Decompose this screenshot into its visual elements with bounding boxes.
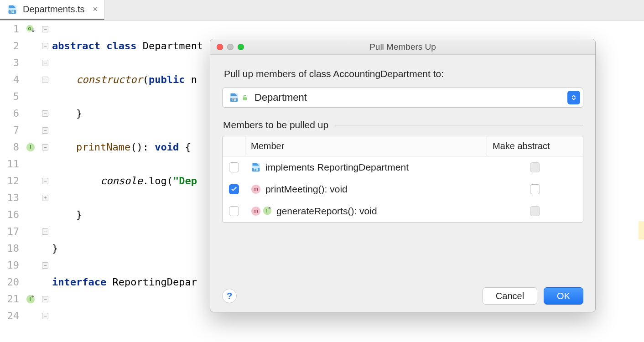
ts-file-icon [6, 4, 18, 16]
member-label: printMeeting(): void [265, 184, 348, 195]
unlock-icon [241, 93, 249, 102]
override-down-icon[interactable] [26, 24, 36, 34]
target-class-select[interactable]: Department [222, 88, 583, 108]
col-checkbox [223, 136, 245, 156]
member-label: generateReports(): void [276, 206, 377, 217]
fold-toggle[interactable]: − [42, 77, 48, 83]
row-checkbox[interactable] [229, 184, 239, 194]
fold-toggle[interactable]: − [42, 262, 48, 269]
dialog-titlebar[interactable]: Pull Members Up [210, 39, 595, 55]
ts-file-icon [229, 93, 239, 103]
marker-bar [638, 21, 644, 342]
gutter-markers [23, 21, 41, 342]
tab-departments[interactable]: Departments.ts × [0, 0, 104, 20]
line-number: 21 [0, 290, 19, 307]
fold-toggle[interactable]: − [42, 43, 48, 49]
line-number: 16 [0, 206, 19, 223]
dialog-prompt: Pull up members of class AccountingDepar… [224, 68, 583, 79]
col-abstract: Make abstract [487, 136, 583, 156]
method-icon [251, 184, 261, 194]
fold-toggle[interactable]: − [42, 228, 48, 235]
line-number: 18 [0, 240, 19, 257]
fold-toggle[interactable]: − [42, 127, 48, 134]
line-number: 4 [0, 71, 19, 88]
fold-toggle[interactable]: − [42, 26, 48, 32]
row-checkbox[interactable] [229, 162, 239, 172]
chevron-updown-icon[interactable] [567, 91, 580, 104]
select-value: Department [254, 92, 562, 104]
close-icon[interactable]: × [93, 5, 98, 14]
member-label: implements ReportingDepartment [265, 162, 409, 173]
line-number: 17 [0, 223, 19, 240]
fold-column: − − − − − − − − + − − − − [41, 21, 50, 342]
warning-marker[interactable] [639, 221, 644, 239]
line-number: 8 [0, 139, 19, 155]
line-number: 13 [0, 189, 19, 206]
line-gutter: 1 2 3 4 5 6 7 8 11 12 13 16 17 18 19 20 … [0, 21, 23, 342]
interface-up-icon [263, 206, 272, 215]
line-number: 11 [0, 155, 19, 172]
abstract-checkbox [530, 206, 540, 216]
abstract-checkbox[interactable] [530, 184, 540, 194]
method-icon [251, 206, 261, 216]
ts-file-icon [251, 162, 261, 172]
fold-toggle[interactable]: + [42, 195, 48, 201]
line-number: 24 [0, 307, 19, 324]
row-checkbox[interactable] [229, 206, 239, 216]
table-header: Member Make abstract [223, 136, 583, 156]
line-number: 6 [0, 105, 19, 122]
line-number: 12 [0, 172, 19, 189]
line-number: 19 [0, 257, 19, 274]
help-button[interactable]: ? [222, 289, 237, 303]
line-number: 3 [0, 54, 19, 71]
line-number: 2 [0, 37, 19, 54]
fold-toggle[interactable]: − [42, 60, 48, 66]
divider [335, 125, 583, 125]
table-row: printMeeting(): void [223, 178, 583, 200]
fold-toggle[interactable]: − [42, 178, 48, 184]
fold-toggle[interactable]: − [42, 110, 48, 117]
fold-toggle[interactable]: − [42, 144, 48, 150]
members-table: Member Make abstract implements Reportin… [222, 136, 583, 223]
abstract-checkbox [530, 162, 540, 172]
section-label: Members to be pulled up [223, 119, 328, 130]
section-header: Members to be pulled up [223, 119, 583, 130]
interface-icon[interactable] [26, 142, 36, 152]
pull-members-up-dialog: Pull Members Up Pull up members of class… [210, 39, 596, 312]
col-member: Member [245, 136, 487, 156]
line-number: 5 [0, 88, 19, 105]
fold-toggle[interactable]: − [42, 296, 48, 302]
table-row: generateReports(): void [223, 200, 583, 222]
editor-tabs: Departments.ts × [0, 0, 644, 21]
cancel-button[interactable]: Cancel [483, 287, 537, 305]
table-row: implements ReportingDepartment [223, 156, 583, 178]
line-number: 7 [0, 122, 19, 139]
fold-toggle[interactable]: − [42, 313, 48, 319]
interface-up-icon[interactable] [26, 294, 36, 304]
line-number: 20 [0, 274, 19, 290]
tab-filename: Departments.ts [23, 4, 85, 15]
line-number: 1 [0, 21, 19, 37]
dialog-title: Pull Members Up [210, 42, 595, 52]
ok-button[interactable]: OK [544, 287, 583, 305]
